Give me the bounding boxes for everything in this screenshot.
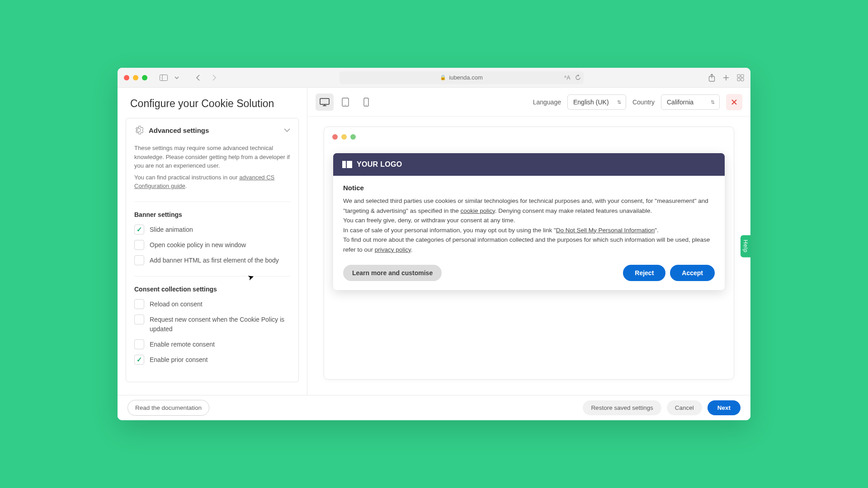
- caret-icon: ⇅: [711, 99, 715, 105]
- advanced-settings-title: Advanced settings: [149, 127, 278, 134]
- banner-logo-text: YOUR LOGO: [357, 160, 402, 169]
- option-enable-remote-consent[interactable]: Enable remote consent: [134, 339, 290, 349]
- checkbox-icon[interactable]: [134, 255, 144, 265]
- advanced-settings-desc2: You can find practical instructions in o…: [134, 170, 290, 191]
- cookie-banner: YOUR LOGO Notice We and selected third p…: [333, 153, 725, 290]
- svg-rect-3: [737, 75, 740, 77]
- checkbox-checked-icon[interactable]: [134, 225, 144, 235]
- url-host: iubenda.com: [449, 74, 482, 81]
- checkbox-icon[interactable]: [134, 299, 144, 309]
- settings-sidebar: Configure your Cookie Solution Advanced …: [118, 88, 307, 395]
- footer: Read the documentation Restore saved set…: [118, 395, 750, 420]
- checkbox-icon[interactable]: [134, 314, 144, 324]
- nav-forward-icon[interactable]: [208, 71, 221, 84]
- learn-more-button[interactable]: Learn more and customise: [343, 265, 442, 281]
- preview-toolbar: Language English (UK) ⇅ Country Californ…: [307, 88, 750, 117]
- svg-rect-5: [737, 78, 740, 81]
- divider: [134, 276, 290, 277]
- language-label: Language: [533, 99, 561, 106]
- close-preview-button[interactable]: [726, 94, 742, 110]
- caret-icon: ⇅: [617, 99, 621, 105]
- tabs-overview-icon[interactable]: [737, 74, 744, 81]
- accept-button[interactable]: Accept: [670, 265, 715, 281]
- option-enable-prior-consent[interactable]: Enable prior consent: [134, 355, 290, 365]
- language-select[interactable]: English (UK) ⇅: [567, 94, 626, 110]
- banner-text: We and selected third parties use cookie…: [343, 196, 715, 255]
- advanced-settings-desc1: These settings may require some advanced…: [134, 141, 290, 170]
- window-close-dot[interactable]: [124, 75, 129, 80]
- new-tab-icon[interactable]: [722, 74, 730, 81]
- checkbox-icon[interactable]: [134, 240, 144, 250]
- reject-button[interactable]: Reject: [623, 265, 665, 281]
- svg-rect-0: [160, 75, 168, 80]
- nav-back-icon[interactable]: [192, 71, 204, 84]
- svg-point-11: [366, 104, 367, 105]
- window-zoom-dot[interactable]: [142, 75, 147, 80]
- chevron-down-icon[interactable]: [174, 71, 180, 84]
- browser-chrome: 🔒 iubenda.com ᴬA: [118, 68, 750, 88]
- banner-settings-title: Banner settings: [134, 211, 290, 218]
- cookie-policy-link[interactable]: cookie policy: [460, 207, 495, 214]
- country-label: Country: [632, 99, 655, 106]
- read-documentation-button[interactable]: Read the documentation: [127, 400, 209, 416]
- do-not-sell-link[interactable]: Do Not Sell My Personal Information: [556, 227, 655, 234]
- preview-traffic-lights: [324, 127, 734, 147]
- window-minimize-dot[interactable]: [133, 75, 138, 80]
- banner-header: YOUR LOGO: [333, 153, 725, 176]
- option-slide-animation[interactable]: Slide animation: [134, 225, 290, 235]
- divider: [134, 202, 290, 202]
- option-open-new-window[interactable]: Open cookie policy in new window: [134, 240, 290, 250]
- gear-icon: [134, 126, 143, 135]
- checkbox-checked-icon[interactable]: [134, 355, 144, 365]
- cancel-button[interactable]: Cancel: [667, 400, 702, 415]
- help-tab[interactable]: Help: [741, 235, 750, 258]
- device-tablet-button[interactable]: [336, 94, 354, 111]
- next-button[interactable]: Next: [708, 400, 741, 415]
- svg-rect-7: [320, 99, 329, 104]
- option-reload-on-consent[interactable]: Reload on consent: [134, 299, 290, 309]
- logo-icon: [342, 161, 352, 168]
- page-title: Configure your Cookie Solution: [118, 88, 307, 118]
- svg-rect-6: [741, 78, 744, 81]
- option-add-banner-html[interactable]: Add banner HTML as first element of the …: [134, 255, 290, 265]
- share-icon[interactable]: [708, 74, 715, 82]
- traffic-lights: [124, 75, 147, 80]
- reload-icon[interactable]: [575, 75, 581, 81]
- advanced-settings-header[interactable]: Advanced settings: [134, 126, 290, 141]
- option-request-new-consent[interactable]: Request new consent when the Cookie Poli…: [134, 314, 290, 334]
- device-mobile-button[interactable]: [357, 94, 375, 111]
- privacy-policy-link[interactable]: privacy policy: [375, 246, 411, 253]
- chevron-down-icon: [284, 128, 290, 132]
- preview-window: YOUR LOGO Notice We and selected third p…: [324, 127, 734, 380]
- reader-icon[interactable]: ᴬA: [564, 75, 570, 81]
- sidebar-toggle-icon[interactable]: [157, 71, 170, 84]
- checkbox-icon[interactable]: [134, 339, 144, 349]
- address-bar[interactable]: 🔒 iubenda.com ᴬA: [340, 71, 584, 84]
- consent-settings-title: Consent collection settings: [134, 286, 290, 293]
- banner-title: Notice: [343, 184, 715, 192]
- country-select[interactable]: California ⇅: [661, 94, 720, 110]
- svg-point-9: [345, 104, 346, 105]
- device-desktop-button[interactable]: [316, 94, 334, 111]
- lock-icon: 🔒: [440, 75, 446, 80]
- restore-settings-button[interactable]: Restore saved settings: [583, 400, 661, 415]
- preview-canvas: YOUR LOGO Notice We and selected third p…: [307, 117, 750, 395]
- svg-rect-4: [741, 75, 744, 77]
